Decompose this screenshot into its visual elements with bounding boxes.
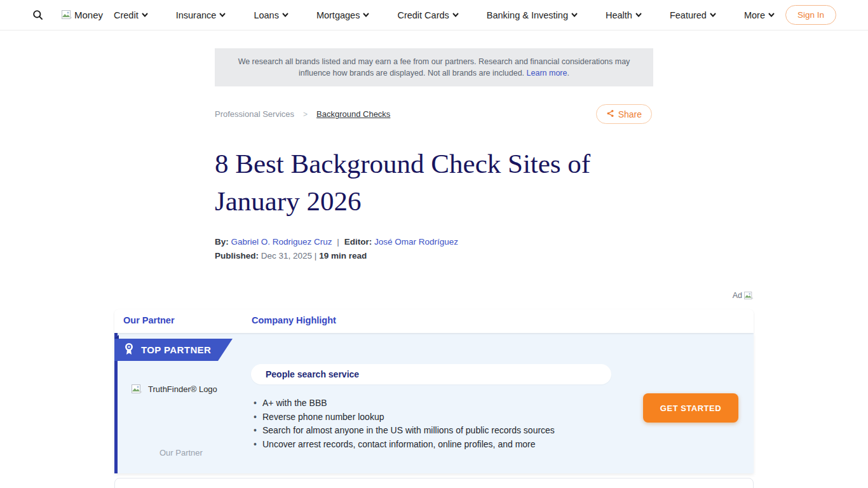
top-partner-label: TOP PARTNER	[141, 344, 211, 355]
editor-link[interactable]: José Omar Rodríguez	[374, 237, 458, 247]
next-partner-row	[114, 478, 754, 488]
nav-label: Credit Cards	[397, 10, 449, 20]
nav-item-health[interactable]: Health	[606, 10, 642, 20]
ribbon-fold	[114, 335, 119, 339]
nav-label: Mortgages	[316, 10, 360, 20]
partner-table-header: Our Partner Company Highlight	[114, 309, 754, 333]
nav-item-credit[interactable]: Credit	[114, 10, 148, 20]
chevron-down-icon	[710, 13, 716, 17]
published-line: Published: Dec 31, 2025 | 19 min read	[215, 251, 367, 261]
chevron-down-icon	[142, 13, 148, 17]
broken-image-icon	[744, 292, 754, 300]
disclosure-period: .	[567, 69, 569, 78]
chevron-down-icon	[452, 13, 459, 17]
award-ribbon-icon	[124, 342, 134, 357]
our-partner-caption: Our Partner	[159, 448, 203, 458]
nav-item-loans[interactable]: Loans	[254, 10, 288, 20]
publine-pipe: |	[315, 251, 317, 261]
chevron-down-icon	[635, 13, 642, 17]
author-link[interactable]: Gabriel O. Rodriguez Cruz	[231, 237, 332, 247]
chevron-down-icon	[282, 13, 288, 17]
share-button[interactable]: Share	[596, 104, 652, 124]
logo-alt-text: Money	[74, 10, 103, 20]
byline: By: Gabriel O. Rodriguez Cruz | Editor: …	[215, 237, 458, 247]
breadcrumb-separator-icon: >	[303, 110, 308, 119]
nav-item-banking-investing[interactable]: Banking & Investing	[487, 10, 578, 20]
company-highlight-pill: People search service	[251, 364, 611, 384]
advertiser-disclosure: We research all brands listed and may ea…	[215, 48, 653, 86]
ad-label: Ad	[733, 291, 754, 300]
partner-logo[interactable]: TruthFinder® Logo	[132, 384, 246, 394]
nav-item-credit-cards[interactable]: Credit Cards	[397, 10, 458, 20]
chevron-down-icon	[571, 13, 578, 17]
nav-label: Featured	[670, 10, 707, 20]
nav-item-featured[interactable]: Featured	[670, 10, 716, 20]
disclosure-text: We research all brands listed and may ea…	[229, 56, 639, 79]
search-icon[interactable]	[32, 9, 44, 21]
breadcrumb-parent[interactable]: Professional Services	[215, 109, 294, 119]
main-navigation: Credit Insurance Loans Mortgages Credit …	[114, 10, 775, 20]
share-label: Share	[618, 109, 642, 119]
sign-in-button[interactable]: Sign In	[785, 5, 836, 25]
list-item: Search for almost anyone in the US with …	[252, 424, 627, 438]
top-navigation-bar: Money Credit Insurance Loans Mortgages C…	[0, 0, 868, 30]
published-prefix: Published:	[215, 251, 259, 261]
list-item: Reverse phone number lookup	[252, 410, 627, 424]
top-partner-row: TOP PARTNER TruthFinder® Logo Our Partne…	[114, 333, 754, 473]
ad-text: Ad	[733, 291, 742, 300]
get-started-button[interactable]: GET STARTED	[643, 393, 738, 423]
chevron-down-icon	[768, 13, 775, 17]
column-header-our-partner: Our Partner	[123, 315, 175, 325]
partner-logo-alt-text: TruthFinder® Logo	[148, 384, 217, 394]
page: Money Credit Insurance Loans Mortgages C…	[0, 0, 868, 488]
list-item: Uncover arrest records, contact informat…	[252, 438, 627, 452]
top-partner-badge: TOP PARTNER	[114, 339, 233, 361]
column-header-company-highlight: Company Highlight	[252, 315, 336, 325]
nav-label: More	[744, 10, 765, 20]
breadcrumb: Professional Services > Background Check…	[215, 109, 390, 119]
page-title: 8 Best Background Check Sites of January…	[215, 145, 660, 220]
read-time: 19 min read	[319, 251, 367, 261]
broken-image-icon	[132, 384, 142, 394]
broken-image-icon	[62, 10, 72, 20]
breadcrumb-row: Professional Services > Background Check…	[215, 104, 653, 126]
disclosure-body: We research all brands listed and may ea…	[238, 57, 630, 78]
chevron-down-icon	[363, 13, 369, 17]
nav-label: Loans	[254, 10, 279, 20]
chevron-down-icon	[219, 13, 226, 17]
nav-label: Credit	[114, 10, 139, 20]
highlight-bullet-list: A+ with the BBB Reverse phone number loo…	[252, 396, 627, 451]
breadcrumb-current[interactable]: Background Checks	[316, 109, 390, 119]
nav-item-mortgages[interactable]: Mortgages	[316, 10, 370, 20]
byline-pipe: |	[337, 237, 339, 247]
share-icon	[606, 109, 614, 119]
list-item: A+ with the BBB	[252, 396, 627, 410]
published-date: Dec 31, 2025	[261, 251, 312, 261]
nav-item-insurance[interactable]: Insurance	[176, 10, 226, 20]
money-logo[interactable]: Money	[62, 10, 103, 20]
nav-label: Health	[606, 10, 632, 20]
byline-prefix: By:	[215, 237, 229, 247]
nav-label: Banking & Investing	[487, 10, 568, 20]
nav-label: Insurance	[176, 10, 217, 20]
editor-prefix: Editor:	[344, 237, 372, 247]
nav-item-more[interactable]: More	[744, 10, 775, 20]
learn-more-link[interactable]: Learn more	[527, 69, 567, 78]
